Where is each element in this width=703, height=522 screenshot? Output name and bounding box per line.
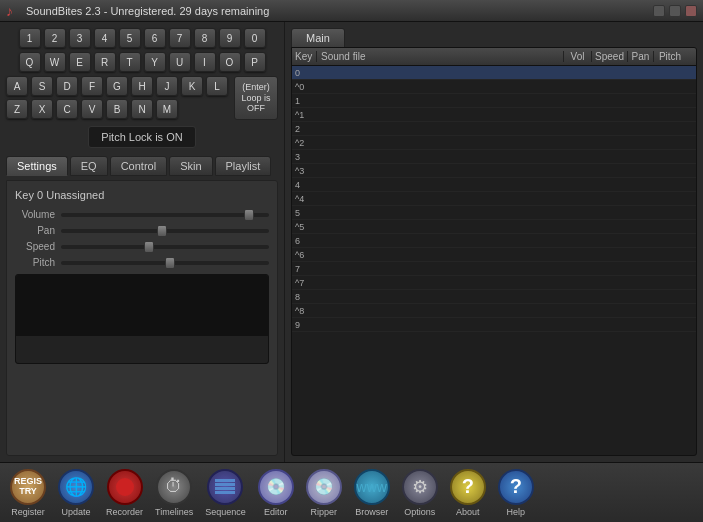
key-m[interactable]: M: [156, 99, 178, 119]
key-i[interactable]: I: [194, 52, 216, 72]
table-row[interactable]: ^0: [292, 80, 696, 94]
key-a[interactable]: A: [6, 76, 28, 96]
volume-track[interactable]: [61, 213, 269, 217]
key-f[interactable]: F: [81, 76, 103, 96]
key-7[interactable]: 7: [169, 28, 191, 48]
col-header-pitch: Pitch: [654, 51, 686, 62]
tab-eq[interactable]: EQ: [70, 156, 108, 176]
toolbar-btn-update[interactable]: 🌐Update: [54, 467, 98, 519]
toolbar-btn-register[interactable]: REGISTRYRegister: [6, 467, 50, 519]
key-enter[interactable]: (Enter)Loop isOFF: [234, 76, 278, 120]
editor-label: Editor: [264, 507, 288, 517]
key-v[interactable]: V: [81, 99, 103, 119]
tab-control[interactable]: Control: [110, 156, 167, 176]
tab-skin[interactable]: Skin: [169, 156, 212, 176]
cell-key: ^7: [292, 278, 317, 288]
title-text: SoundBites 2.3 - Unregistered. 29 days r…: [26, 5, 269, 17]
key-z[interactable]: Z: [6, 99, 28, 119]
main-tab[interactable]: Main: [291, 28, 345, 48]
toolbar-btn-recorder[interactable]: Recorder: [102, 467, 147, 519]
table-row[interactable]: 7: [292, 262, 696, 276]
key-9[interactable]: 9: [219, 28, 241, 48]
key-o[interactable]: O: [219, 52, 241, 72]
table-row[interactable]: ^3: [292, 164, 696, 178]
table-row[interactable]: ^7: [292, 276, 696, 290]
sequence-icon: [207, 469, 243, 505]
right-panel: Main Key Sound file Vol Speed Pan Pitch …: [285, 22, 703, 462]
key-n[interactable]: N: [131, 99, 153, 119]
toolbar-btn-about[interactable]: ?About: [446, 467, 490, 519]
window-controls: [653, 5, 697, 17]
key-e[interactable]: E: [69, 52, 91, 72]
cell-key: ^3: [292, 166, 317, 176]
key-0[interactable]: 0: [244, 28, 266, 48]
key-2[interactable]: 2: [44, 28, 66, 48]
toolbar-btn-ripper[interactable]: 💿Ripper: [302, 467, 346, 519]
cell-key: ^4: [292, 194, 317, 204]
toolbar-btn-editor[interactable]: 💿Editor: [254, 467, 298, 519]
cell-key: ^2: [292, 138, 317, 148]
pitch-thumb[interactable]: [165, 257, 175, 269]
table-row[interactable]: ^4: [292, 192, 696, 206]
minimize-button[interactable]: [653, 5, 665, 17]
key-u[interactable]: U: [169, 52, 191, 72]
pan-thumb[interactable]: [157, 225, 167, 237]
key-y[interactable]: Y: [144, 52, 166, 72]
key-x[interactable]: X: [31, 99, 53, 119]
volume-thumb[interactable]: [244, 209, 254, 221]
key-t[interactable]: T: [119, 52, 141, 72]
table-row[interactable]: 6: [292, 234, 696, 248]
table-row[interactable]: ^2: [292, 136, 696, 150]
key-6[interactable]: 6: [144, 28, 166, 48]
key-s[interactable]: S: [31, 76, 53, 96]
key-1[interactable]: 1: [19, 28, 41, 48]
toolbar-btn-browser[interactable]: wwwBrowser: [350, 467, 394, 519]
about-icon: ?: [450, 469, 486, 505]
key-8[interactable]: 8: [194, 28, 216, 48]
key-d[interactable]: D: [56, 76, 78, 96]
browser-label: Browser: [355, 507, 388, 517]
key-3[interactable]: 3: [69, 28, 91, 48]
key-q[interactable]: Q: [19, 52, 41, 72]
toolbar-btn-help[interactable]: ?Help: [494, 467, 538, 519]
table-row[interactable]: 0: [292, 66, 696, 80]
table-row[interactable]: 3: [292, 150, 696, 164]
key-g[interactable]: G: [106, 76, 128, 96]
table-row[interactable]: ^8: [292, 304, 696, 318]
table-row[interactable]: 5: [292, 206, 696, 220]
table-row[interactable]: ^1: [292, 108, 696, 122]
key-b[interactable]: B: [106, 99, 128, 119]
close-button[interactable]: [685, 5, 697, 17]
title-bar: ♪ SoundBites 2.3 - Unregistered. 29 days…: [0, 0, 703, 22]
key-r[interactable]: R: [94, 52, 116, 72]
pitch-track[interactable]: [61, 261, 269, 265]
table-body[interactable]: 0 ^0 1 ^1 2: [292, 66, 696, 455]
table-row[interactable]: 1: [292, 94, 696, 108]
tab-settings[interactable]: Settings: [6, 156, 68, 176]
table-row[interactable]: 8: [292, 290, 696, 304]
toolbar-btn-sequence[interactable]: Sequence: [201, 467, 250, 519]
table-row[interactable]: ^6: [292, 248, 696, 262]
table-row[interactable]: 2: [292, 122, 696, 136]
key-p[interactable]: P: [244, 52, 266, 72]
table-row[interactable]: 9: [292, 318, 696, 332]
key-h[interactable]: H: [131, 76, 153, 96]
tab-playlist[interactable]: Playlist: [215, 156, 272, 176]
table-header: Key Sound file Vol Speed Pan Pitch: [292, 48, 696, 66]
toolbar-btn-options[interactable]: ⚙Options: [398, 467, 442, 519]
pan-track[interactable]: [61, 229, 269, 233]
key-5[interactable]: 5: [119, 28, 141, 48]
table-row[interactable]: ^5: [292, 220, 696, 234]
table-row[interactable]: 4: [292, 178, 696, 192]
key-j[interactable]: J: [156, 76, 178, 96]
key-4[interactable]: 4: [94, 28, 116, 48]
speed-thumb[interactable]: [144, 241, 154, 253]
speed-track[interactable]: [61, 245, 269, 249]
key-c[interactable]: C: [56, 99, 78, 119]
cell-key: 8: [292, 292, 317, 302]
key-w[interactable]: W: [44, 52, 66, 72]
key-l[interactable]: L: [206, 76, 228, 96]
maximize-button[interactable]: [669, 5, 681, 17]
toolbar-btn-timelines[interactable]: ⏱Timelines: [151, 467, 197, 519]
key-k[interactable]: K: [181, 76, 203, 96]
